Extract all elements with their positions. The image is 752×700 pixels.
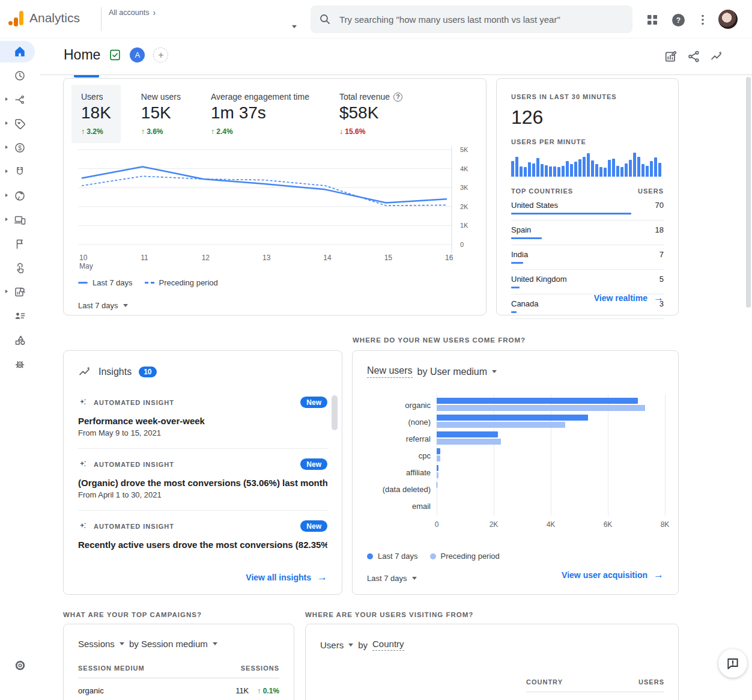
search-bar[interactable]: [311, 5, 632, 33]
app-header: Analytics All accounts › ?: [0, 0, 752, 38]
sidebar-item-library[interactable]: [0, 328, 40, 352]
insights-spark-icon[interactable]: [710, 50, 723, 63]
more-menu-icon[interactable]: [698, 14, 708, 26]
svg-text:13: 13: [262, 254, 271, 262]
minute-bar: [583, 157, 586, 177]
col-country: COUNTRY: [526, 678, 563, 686]
brand-name: Analytics: [29, 11, 80, 25]
metric-tab-new-users[interactable]: New users 15K ↑ 3.6%: [132, 85, 190, 143]
window-scrollbar[interactable]: [746, 77, 751, 308]
users-col: USERS: [638, 187, 664, 195]
table-row[interactable]: United States 57K ↓ 13.4%: [526, 692, 664, 700]
realtime-title: USERS IN LAST 30 MINUTES: [511, 93, 664, 100]
medium-label: email: [367, 502, 431, 511]
insight-item[interactable]: AUTOMATED INSIGHT New Performance week-o…: [78, 387, 327, 449]
sidebar-item-monetization[interactable]: $: [0, 136, 40, 160]
minute-bar: [515, 157, 518, 177]
help-tooltip-icon[interactable]: ?: [393, 93, 402, 102]
top-campaigns-card: Sessions by Session medium SESSION MEDIU…: [63, 624, 294, 700]
table-row[interactable]: organic 11K ↑ 0.1%: [78, 678, 279, 695]
medium-row: referral: [367, 431, 665, 446]
view-all-insights-link[interactable]: View all insights→: [246, 571, 327, 583]
share-icon[interactable]: [687, 50, 700, 63]
sidebar-item-audiences[interactable]: [0, 304, 40, 328]
country-row[interactable]: United States70: [511, 196, 664, 221]
country-bar: [511, 311, 517, 313]
minute-bar: [524, 167, 527, 177]
insights-scrollbar[interactable]: [332, 395, 338, 430]
dimension-selector[interactable]: by Session medium: [129, 639, 217, 649]
header-divider: [101, 7, 102, 31]
sidebar-item-reports[interactable]: [0, 64, 40, 88]
view-user-acquisition-link[interactable]: View user acquisition→: [562, 569, 664, 581]
dimension-selector[interactable]: Country: [372, 639, 404, 651]
feedback-button[interactable]: [718, 649, 747, 678]
medium-label: affiliate: [367, 468, 431, 477]
acquisition-legend: Last 7 days Preceding period: [367, 552, 500, 561]
analytics-logo[interactable]: Analytics: [8, 10, 80, 26]
sidebar-item-events[interactable]: [0, 256, 40, 280]
country-bar: [511, 213, 631, 215]
dollar-icon: $: [14, 142, 26, 154]
acquisition-card-title[interactable]: New users by User medium: [367, 365, 664, 378]
breadcrumb-chevron-icon: ›: [153, 8, 156, 17]
svg-text:2K: 2K: [460, 203, 468, 210]
customize-report-icon[interactable]: [664, 50, 678, 63]
sidebar-item-flags[interactable]: [0, 232, 40, 256]
report-verified-icon[interactable]: [109, 49, 121, 61]
minute-bar: [574, 162, 577, 177]
col-sessions: SESSIONS: [241, 665, 279, 672]
svg-text:15: 15: [384, 254, 393, 262]
help-icon[interactable]: ?: [672, 14, 685, 26]
country-row[interactable]: India7: [511, 245, 664, 270]
view-realtime-link[interactable]: View realtime→: [594, 292, 664, 304]
svg-text:0: 0: [460, 241, 464, 248]
sidebar-item-retention[interactable]: [0, 160, 40, 184]
property-avatar[interactable]: A: [130, 47, 145, 62]
bar-last-7-days: [437, 431, 498, 437]
apps-grid-icon[interactable]: [646, 14, 658, 26]
metric-selector[interactable]: Users: [320, 640, 353, 650]
sidebar-item-explore[interactable]: [0, 280, 40, 304]
page-header: Home A +: [40, 38, 752, 75]
sidebar-item-acquisition[interactable]: [0, 88, 40, 112]
tag-heart-icon: [14, 118, 26, 130]
col-session-medium: SESSION MEDIUM: [78, 665, 145, 672]
metric-tab-users[interactable]: Users 18K ↑ 3.2%: [71, 85, 121, 143]
sidebar-item-admin[interactable]: [0, 653, 40, 677]
person-list-icon: [14, 310, 26, 322]
x-tick-label: 2K: [490, 520, 499, 529]
sidebar-item-home[interactable]: [0, 40, 40, 64]
country-name: Spain: [511, 225, 531, 234]
metric-tab-total-revenue[interactable]: Total revenue? $58K ↓ 15.6%: [330, 85, 412, 143]
user-avatar[interactable]: [718, 10, 738, 29]
sidebar-item-debugview[interactable]: [0, 352, 40, 376]
medium-row: organic: [367, 398, 665, 412]
arrow-right-icon: →: [653, 292, 664, 304]
account-picker-caret-icon[interactable]: [292, 20, 297, 31]
date-range-selector[interactable]: Last 7 days: [367, 574, 417, 583]
breadcrumb[interactable]: All accounts ›: [109, 8, 156, 17]
legend-solid-swatch: [78, 282, 88, 284]
add-comparison-button[interactable]: +: [153, 47, 168, 62]
minute-bar: [641, 164, 644, 177]
minute-bar: [616, 166, 619, 177]
minute-bar: [633, 153, 636, 177]
arrow-right-icon: →: [317, 571, 327, 583]
sidebar-item-demographics[interactable]: [0, 184, 40, 208]
insight-item[interactable]: AUTOMATED INSIGHT New Recently active us…: [78, 511, 327, 561]
sparkle-icon: [78, 460, 88, 469]
insight-item[interactable]: AUTOMATED INSIGHT New (Organic) drove th…: [78, 449, 327, 511]
country-row[interactable]: Spain18: [511, 221, 664, 245]
bar-preceding-period: [437, 455, 440, 461]
sidebar-item-engagement[interactable]: [0, 112, 40, 136]
metric-tab-engagement-time[interactable]: Average engagement time 1m 37s ↑ 2.4%: [201, 85, 319, 143]
users-per-minute-chart: [511, 150, 664, 177]
minute-bar: [520, 166, 523, 177]
country-users: 7: [660, 250, 664, 259]
date-range-selector[interactable]: Last 7 days: [78, 301, 128, 310]
metric-selector[interactable]: Sessions: [78, 639, 124, 649]
sidebar-item-tech[interactable]: [0, 208, 40, 232]
country-row[interactable]: United Kingdom5: [511, 270, 664, 294]
search-input[interactable]: [338, 14, 624, 25]
